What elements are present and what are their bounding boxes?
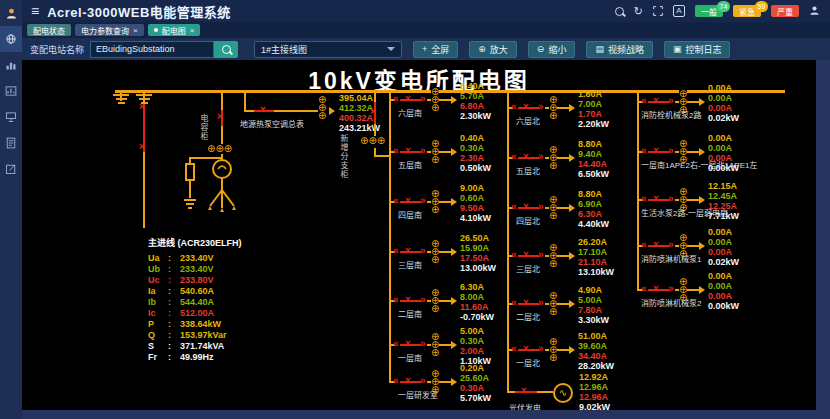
meter-icons: ⊕⊕⊕ [549,145,557,171]
breaker-icon[interactable]: × [523,344,529,354]
user-icon[interactable] [809,2,820,20]
contact-icon: » [420,146,426,156]
control-log-button[interactable]: ▣控制日志 [664,41,731,58]
breaker-icon[interactable]: × [405,146,411,156]
measurement-value: 49.99Hz [180,352,214,363]
breaker-icon[interactable]: × [217,112,223,122]
feeder-values: 8.80A9.40A14.40A6.50kW [578,139,609,179]
close-icon[interactable]: × [133,26,138,35]
breaker-icon[interactable]: × [653,146,659,156]
breaker-icon[interactable]: × [653,194,659,204]
feeder-value: 17.50A [460,253,496,263]
refresh-icon[interactable]: ↻ [634,6,643,17]
measurement-label: S [148,341,168,352]
incomer-panel-title: 主进线 (ACR230ELFH) [148,236,242,249]
breaker-icon[interactable]: × [139,102,145,112]
alarm-pill-urgent[interactable]: 紧急 59 [733,5,761,17]
breaker-icon[interactable]: × [370,107,376,117]
zoom-out-button[interactable]: ⊖缩小 [528,41,576,58]
sidebar-item-monitor[interactable] [0,26,22,52]
feeder-value: 26.20A [578,237,614,247]
sidebar-item-document[interactable] [0,130,22,156]
breaker-icon[interactable]: × [523,202,529,212]
contact-icon: » [668,284,674,294]
breaker-icon[interactable]: × [653,240,659,250]
language-a-icon[interactable]: A [673,5,685,17]
tab-distribution-status[interactable]: 配电状态 [27,24,71,36]
breaker-icon[interactable]: × [405,196,411,206]
breaker-icon[interactable]: × [405,94,411,104]
breaker-icon[interactable]: × [139,142,145,152]
sidebar-avatar[interactable] [0,0,22,26]
single-line-diagram-canvas[interactable]: 10kV变电所配电图 × × 主进线 (ACR230ELFH) Ua:233.4… [22,60,816,410]
close-icon[interactable]: × [190,26,195,35]
zoom-in-button[interactable]: ⊕放大 [469,41,517,58]
feeder-value: 15.90A [460,243,496,253]
feeder-value: 3.30kW [578,315,609,325]
measurement-row: S:371.74kVA [148,341,242,352]
contact-icon: « [511,202,517,212]
tab-distribution-diagram[interactable]: 配电图× [148,24,201,36]
feeder-value: 5.00A [578,295,609,305]
breaker-icon[interactable]: × [653,96,659,106]
contact-icon: « [393,339,399,349]
feeder-value: 9.40A [578,149,609,159]
fullscreen-icon[interactable] [653,2,663,20]
contact-icon: » [538,152,544,162]
breaker-icon[interactable]: × [653,284,659,294]
feeder-label: 五层北 [516,165,540,176]
sidebar-item-edit[interactable] [0,156,22,182]
breaker-icon[interactable]: × [405,295,411,305]
contact-icon: « [393,94,399,104]
feeder-value: 26.50A [460,233,496,243]
flow-arrow-icon [569,252,575,260]
breaker-icon[interactable]: × [405,376,411,386]
breaker-icon[interactable]: × [405,339,411,349]
sidebar [0,0,22,419]
measurement-value: 233.40V [180,253,214,264]
search-icon[interactable] [615,7,624,16]
alarm-pill-general[interactable]: 一般 74 [695,5,723,17]
feeder-branch: «×»⊕⊕⊕0.00A0.00A0.00A0.00kW一层南1APE2右-一层北… [637,132,813,178]
feeder-branch: «×»⊕⊕⊕0.00A0.00A0.00A0.02kW消防栓机械泵2路 [637,82,813,128]
measurement-value: 371.74kVA [180,341,224,352]
feeder-label: 四层南 [398,209,422,220]
contact-icon: « [511,152,517,162]
feeder-value: 2.30kW [460,111,491,121]
feeder-label: 消防栓机械泵2路 [641,109,701,120]
feeder-value: 2.00A [460,346,491,356]
breaker-icon[interactable]: × [523,102,529,112]
measurement-row: Ub:233.40V [148,264,242,275]
measurement-value: 153.97kVar [180,330,227,341]
sidebar-item-bar-chart[interactable] [0,52,22,78]
feeder-value: 0.30A [460,143,491,153]
meter-icons: ⊕⊕⊕ [318,95,326,121]
feeder-values: 0.40A0.30A2.30A0.50kW [460,133,491,173]
breaker-icon[interactable]: × [523,250,529,260]
fullscreen-button[interactable]: +全屏 [413,41,458,58]
diagram-select[interactable]: 1#主接线图 [254,41,402,58]
video-strategy-button[interactable]: ▤视频战略 [586,41,653,58]
feeder-values: 8.80A6.90A6.30A4.40kW [578,189,609,229]
breaker-icon[interactable]: × [521,386,527,396]
feeder-value: 9.50A [460,203,491,213]
tab-power-parameters[interactable]: 电力参数查询× [75,24,144,36]
feeder-branch: «×»⊕⊕⊕0.00A0.00A0.00A0.00kW消防喷淋机械泵2 [637,270,813,316]
feeder-value: 12.92A [579,372,610,382]
breaker-icon[interactable]: × [523,152,529,162]
measurement-row: Ic:512.00A [148,308,242,319]
station-search-button[interactable] [214,41,238,58]
breaker-icon[interactable]: × [405,246,411,256]
feeder-value: 0.00A [708,247,739,257]
capacitor-line [221,90,223,110]
breaker-icon[interactable]: × [523,298,529,308]
sidebar-item-report-chart[interactable] [0,78,22,104]
feeder-values: 0.00A0.00A0.00A0.00kW [708,271,739,311]
station-name-input[interactable] [90,41,214,58]
feeder-value: 0.02kW [708,257,739,267]
alarm-pill-severe[interactable]: 严重 [771,5,799,17]
sidebar-item-presentation[interactable] [0,104,22,130]
meter-icons: ⊕⊕⊕ [207,144,232,154]
breaker-icon[interactable]: × [260,105,266,115]
menu-toggle-icon[interactable]: ≡ [31,0,39,22]
